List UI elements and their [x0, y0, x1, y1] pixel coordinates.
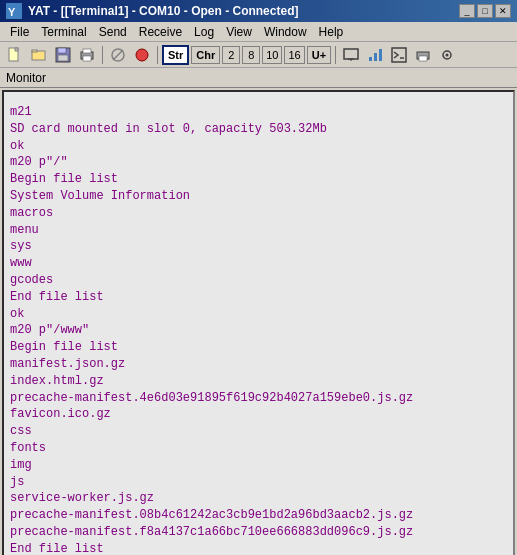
- terminal-line: Begin file list: [10, 339, 507, 356]
- svg-text:Y: Y: [8, 6, 16, 18]
- terminal-line: favicon.ico.gz: [10, 406, 507, 423]
- svg-rect-6: [58, 48, 66, 53]
- settings-icon: [439, 47, 455, 63]
- open-icon: [31, 47, 47, 63]
- terminal-line: End file list: [10, 541, 507, 555]
- terminal-line: End file list: [10, 289, 507, 306]
- terminal-line: precache-manifest.4e6d03e91895f619c92b40…: [10, 390, 507, 407]
- terminal-line: ok: [10, 306, 507, 323]
- toolbar-extra-4[interactable]: [412, 44, 434, 66]
- print-icon: [79, 47, 95, 63]
- terminal-line: m20 p"/www": [10, 322, 507, 339]
- toolbar-num-10[interactable]: 10: [262, 46, 282, 64]
- toolbar-new-button[interactable]: [4, 44, 26, 66]
- maximize-button[interactable]: □: [477, 4, 493, 18]
- toolbar-disconnect-button[interactable]: [131, 44, 153, 66]
- toolbar-extra-2[interactable]: [364, 44, 386, 66]
- terminal-line: macros: [10, 205, 507, 222]
- svg-point-25: [446, 53, 449, 56]
- toolbar-open-button[interactable]: [28, 44, 50, 66]
- toolbar-unicode-button[interactable]: U+: [307, 46, 331, 64]
- terminal-line: gcodes: [10, 272, 507, 289]
- toolbar-save-button[interactable]: [52, 44, 74, 66]
- svg-rect-7: [58, 55, 68, 61]
- svg-rect-18: [374, 53, 377, 61]
- terminal-line: sys: [10, 238, 507, 255]
- svg-rect-23: [419, 56, 427, 61]
- toolbar-str-button[interactable]: Str: [162, 45, 189, 65]
- terminal-line: www: [10, 255, 507, 272]
- svg-line-12: [113, 50, 123, 60]
- window-title: YAT - [[Terminal1] - COM10 - Open - Conn…: [28, 4, 298, 18]
- menu-send[interactable]: Send: [93, 23, 133, 41]
- minimize-button[interactable]: _: [459, 4, 475, 18]
- menu-bar: File Terminal Send Receive Log View Wind…: [0, 22, 517, 42]
- save-icon: [55, 47, 71, 63]
- toolbar-separator-2: [157, 46, 158, 64]
- toolbar-num-2[interactable]: 2: [222, 46, 240, 64]
- menu-help[interactable]: Help: [313, 23, 350, 41]
- chart-icon: [367, 47, 383, 63]
- terminal-line: img: [10, 457, 507, 474]
- svg-rect-17: [369, 57, 372, 61]
- terminal-line: System Volume Information: [10, 188, 507, 205]
- terminal-line: index.html.gz: [10, 373, 507, 390]
- terminal-line: precache-manifest.f8a4137c1a66bc710ee666…: [10, 524, 507, 541]
- toolbar-extra-5[interactable]: [436, 44, 458, 66]
- menu-receive[interactable]: Receive: [133, 23, 188, 41]
- close-button[interactable]: ✕: [495, 4, 511, 18]
- toolbar-num-8[interactable]: 8: [242, 46, 260, 64]
- terminal-line: Begin file list: [10, 171, 507, 188]
- toolbar-separator-3: [335, 46, 336, 64]
- svg-rect-9: [83, 56, 91, 61]
- new-icon: [7, 47, 23, 63]
- terminal-line: SD card mounted in slot 0, capacity 503.…: [10, 121, 507, 138]
- terminal-line: fonts: [10, 440, 507, 457]
- terminal-line: service-worker.js.gz: [10, 490, 507, 507]
- menu-log[interactable]: Log: [188, 23, 220, 41]
- toolbar-separator-1: [102, 46, 103, 64]
- svg-rect-14: [344, 49, 358, 59]
- title-bar-left: Y YAT - [[Terminal1] - COM10 - Open - Co…: [6, 3, 298, 19]
- terminal-line: css: [10, 423, 507, 440]
- terminal-line: m20 p"/": [10, 154, 507, 171]
- disconnect-icon: [134, 47, 150, 63]
- monitor-icon: [343, 47, 359, 63]
- terminal-area[interactable]: m21SD card mounted in slot 0, capacity 5…: [2, 90, 515, 555]
- menu-file[interactable]: File: [4, 23, 35, 41]
- terminal-line: m21: [10, 104, 507, 121]
- monitor-section: Monitor: [0, 68, 517, 88]
- print2-icon: [415, 47, 431, 63]
- monitor-label: Monitor: [6, 71, 46, 85]
- stop-icon: [110, 47, 126, 63]
- toolbar-stop-button[interactable]: [107, 44, 129, 66]
- svg-point-13: [136, 49, 148, 61]
- terminal-line: precache-manifest.08b4c61242ac3cb9e1bd2a…: [10, 507, 507, 524]
- title-bar: Y YAT - [[Terminal1] - COM10 - Open - Co…: [0, 0, 517, 22]
- terminal-line: js: [10, 474, 507, 491]
- app-icon: Y: [6, 3, 22, 19]
- terminal-line: menu: [10, 222, 507, 239]
- terminal-empty-space: [10, 96, 507, 104]
- terminal-icon: [391, 47, 407, 63]
- toolbar-chr-button[interactable]: Chr: [191, 46, 220, 64]
- toolbar: Str Chr 2 8 10 16 U+: [0, 42, 517, 68]
- terminal-line: ok: [10, 138, 507, 155]
- svg-rect-19: [379, 49, 382, 61]
- toolbar-extra-3[interactable]: [388, 44, 410, 66]
- title-bar-controls: _ □ ✕: [459, 4, 511, 18]
- terminal-line: manifest.json.gz: [10, 356, 507, 373]
- toolbar-extra-1[interactable]: [340, 44, 362, 66]
- toolbar-print-button[interactable]: [76, 44, 98, 66]
- svg-rect-10: [83, 49, 91, 53]
- toolbar-num-16[interactable]: 16: [284, 46, 304, 64]
- menu-view[interactable]: View: [220, 23, 258, 41]
- menu-terminal[interactable]: Terminal: [35, 23, 92, 41]
- menu-window[interactable]: Window: [258, 23, 313, 41]
- svg-rect-4: [32, 50, 37, 52]
